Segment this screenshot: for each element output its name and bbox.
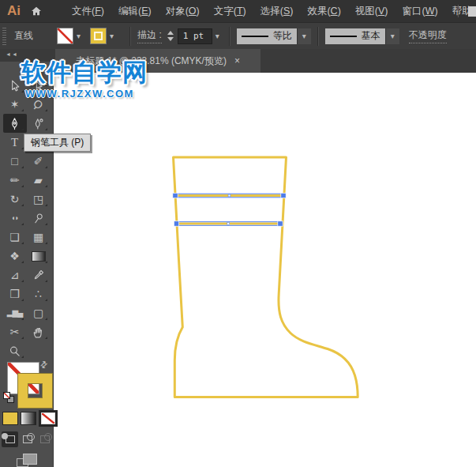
draw-inside-button[interactable] bbox=[36, 431, 53, 447]
pencil-tool[interactable]: ✏ bbox=[3, 171, 27, 190]
gradient-icon bbox=[32, 251, 46, 262]
width-profile-dropdown[interactable]: 等比 bbox=[237, 28, 297, 44]
width-tool[interactable]: ◖◗ bbox=[3, 209, 27, 228]
menu-item-f[interactable]: 文件(F) bbox=[65, 5, 111, 18]
canvas[interactable] bbox=[54, 73, 476, 467]
eyedropper-icon bbox=[32, 269, 45, 282]
app-bar-button[interactable] bbox=[468, 6, 476, 17]
step-down-icon[interactable] bbox=[167, 37, 174, 41]
close-tab-icon[interactable]: × bbox=[234, 55, 240, 66]
perspective-grid-tool[interactable]: ▦ bbox=[27, 228, 51, 247]
anchor-point bbox=[174, 221, 178, 226]
paintbrush-tool[interactable]: ✐ bbox=[27, 152, 51, 171]
fill-color-chevron-icon[interactable]: ▾ bbox=[73, 32, 84, 40]
eraser-tool[interactable]: ▰ bbox=[27, 171, 51, 190]
stroke-swatch-yellow[interactable] bbox=[18, 374, 52, 408]
width-profile-chevron-icon[interactable]: ▾ bbox=[297, 28, 311, 44]
default-fill-stroke-icon[interactable] bbox=[3, 392, 14, 403]
paintbrush-icon: ✐ bbox=[34, 156, 43, 167]
shape-builder-tool[interactable]: ❏ bbox=[3, 228, 27, 247]
menu-item-c[interactable]: 效果(C) bbox=[300, 5, 347, 18]
anchor-point bbox=[278, 221, 283, 226]
eraser-icon: ▰ bbox=[34, 175, 43, 186]
mesh-tool[interactable]: ❖ bbox=[3, 247, 27, 266]
menu-item-o[interactable]: 对象(O) bbox=[159, 5, 207, 18]
brush-definition-dropdown[interactable]: 基本 bbox=[325, 28, 385, 44]
document-title: 未标题-1* @ 233.81% (CMYK/预览) bbox=[76, 55, 227, 68]
direct-selection-tool[interactable] bbox=[27, 76, 51, 95]
menu-item-w[interactable]: 窗口(W) bbox=[395, 5, 444, 18]
blend-tool[interactable]: ❒ bbox=[3, 284, 27, 303]
draw-inside-icon bbox=[40, 435, 50, 443]
slice-tool[interactable]: ✂ bbox=[3, 322, 27, 341]
stroke-color-swatch[interactable] bbox=[90, 28, 107, 44]
slice-icon: ✂ bbox=[10, 326, 20, 337]
rotate-tool[interactable]: ↻ bbox=[3, 190, 27, 209]
document-tab[interactable]: 未标题-1* @ 233.81% (CMYK/预览) × bbox=[55, 49, 260, 73]
brush-preview-icon bbox=[330, 36, 357, 37]
home-icon[interactable] bbox=[30, 5, 43, 17]
gradient-button[interactable] bbox=[21, 412, 36, 425]
eyedropper-tool[interactable] bbox=[27, 266, 51, 284]
gradient-tool[interactable] bbox=[27, 247, 51, 266]
options-separator bbox=[317, 27, 319, 46]
selection-tool[interactable] bbox=[3, 76, 27, 95]
stroke-weight-chevron-icon[interactable]: ▾ bbox=[212, 32, 223, 40]
none-button[interactable] bbox=[39, 410, 58, 427]
color-button[interactable] bbox=[2, 412, 18, 425]
swap-fill-stroke-icon[interactable]: ⇄ bbox=[38, 359, 51, 371]
column-graph-tool[interactable]: ▂▆▄ bbox=[3, 303, 27, 322]
curvature-tool[interactable] bbox=[27, 114, 51, 133]
menu-item-e[interactable]: 编辑(E) bbox=[111, 5, 159, 18]
menu-item-t[interactable]: 文字(T) bbox=[207, 5, 253, 18]
pencil-icon: ✏ bbox=[10, 175, 20, 186]
lasso-tool[interactable]: Ϙ bbox=[27, 95, 51, 114]
menu-divider-right bbox=[458, 5, 459, 17]
menu-item-v[interactable]: 视图(V) bbox=[348, 5, 395, 18]
column-graph-icon: ▂▆▄ bbox=[7, 309, 22, 317]
opacity-label[interactable]: 不透明度 bbox=[409, 28, 447, 43]
direct-selection-icon bbox=[32, 79, 45, 92]
menu-item-s[interactable]: 选择(S) bbox=[253, 5, 301, 18]
screen-mode-front-icon bbox=[23, 454, 37, 465]
brush-chevron-icon[interactable]: ▾ bbox=[385, 28, 399, 44]
current-tool-label: 直线 bbox=[14, 29, 46, 43]
default-fill-icon bbox=[3, 392, 10, 399]
draw-behind-icon bbox=[23, 435, 32, 443]
shape-builder-icon: ❏ bbox=[9, 232, 20, 243]
measure-icon: ⊿ bbox=[10, 269, 20, 281]
brush-definition-value: 基本 bbox=[362, 29, 380, 43]
lasso-icon: Ϙ bbox=[32, 97, 45, 111]
fill-color-swatch[interactable] bbox=[57, 28, 73, 44]
pen-tool[interactable] bbox=[3, 114, 27, 133]
draw-normal-button[interactable] bbox=[2, 431, 18, 447]
perspective-grid-icon: ▦ bbox=[33, 232, 43, 243]
stroke-weight-label[interactable]: 描边 : bbox=[137, 28, 162, 43]
step-up-icon[interactable] bbox=[167, 31, 174, 35]
magic-wand-icon: ✶ bbox=[10, 99, 20, 110]
magic-wand-tool[interactable]: ✶ bbox=[3, 95, 27, 114]
draw-normal-icon bbox=[6, 435, 15, 443]
collapse-panel-icon[interactable]: ◄◄ bbox=[6, 51, 18, 57]
none-swatch-icon bbox=[41, 412, 55, 424]
artboard-tool[interactable]: ▢ bbox=[27, 303, 51, 322]
stroke-weight-input[interactable]: 1 pt bbox=[178, 28, 212, 44]
draw-behind-button[interactable] bbox=[19, 431, 36, 447]
illustrator-logo: Ai bbox=[7, 3, 21, 19]
scale-tool[interactable]: ◳ bbox=[27, 190, 51, 209]
midpoint-handle bbox=[228, 194, 231, 197]
rectangle-tool[interactable]: □ bbox=[3, 152, 27, 171]
scale-icon: ◳ bbox=[33, 194, 43, 205]
screen-mode-button[interactable] bbox=[17, 454, 37, 467]
stroke-weight-stepper[interactable] bbox=[167, 31, 174, 41]
panel-drag-handle[interactable] bbox=[2, 28, 6, 45]
hand-icon bbox=[32, 326, 45, 339]
type-tool[interactable]: T bbox=[3, 133, 27, 152]
measure-tool[interactable]: ⊿ bbox=[3, 266, 27, 284]
pen-icon bbox=[8, 117, 21, 130]
stroke-color-chevron-icon[interactable]: ▾ bbox=[107, 32, 117, 40]
rotate-icon: ↻ bbox=[10, 194, 20, 205]
hand-tool[interactable] bbox=[27, 322, 51, 341]
symbol-sprayer-tool[interactable]: ∴ bbox=[27, 284, 51, 303]
puppet-warp-tool[interactable] bbox=[27, 209, 51, 228]
